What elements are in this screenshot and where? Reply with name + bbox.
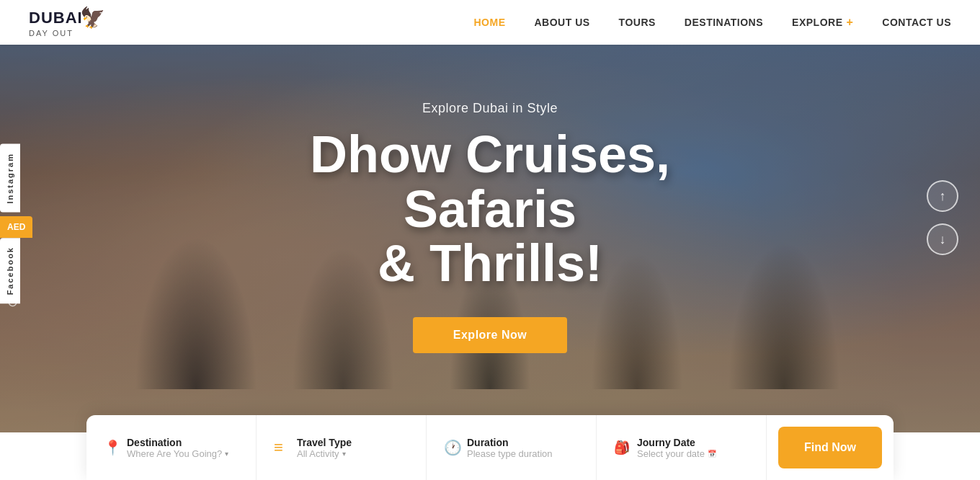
duration-placeholder: Please type duration: [467, 448, 553, 459]
find-now-button[interactable]: Find Now: [778, 427, 882, 468]
calendar-icon: 📅: [708, 450, 716, 458]
explore-now-button[interactable]: Explore Now: [413, 317, 567, 353]
arrow-down-icon: ↓: [940, 232, 946, 247]
nav-link-contact[interactable]: CONTACT US: [882, 17, 951, 28]
destination-field[interactable]: 📍 Destination Where Are You Going? ▾: [86, 415, 257, 480]
instagram-sidebar[interactable]: Instagram: [0, 144, 20, 213]
journey-date-icon: 🎒: [614, 440, 630, 455]
destination-label: Destination: [127, 437, 239, 448]
travel-type-value[interactable]: All Activity ▾: [297, 448, 409, 459]
nav-link-destinations[interactable]: DESTINATIONS: [685, 17, 763, 28]
journey-date-label: Journy Date: [637, 437, 749, 448]
journey-date-field[interactable]: 🎒 Journy Date Select your date 📅: [597, 415, 767, 480]
sidebar-dot-icon: ⊙: [7, 294, 18, 310]
destination-value[interactable]: Where Are You Going? ▾: [127, 448, 239, 459]
nav-item-home[interactable]: HOME: [473, 16, 505, 29]
duration-field[interactable]: 🕐 Duration Please type duration: [427, 415, 597, 480]
search-bar: 📍 Destination Where Are You Going? ▾ ≡ T…: [86, 415, 894, 480]
nav-link-explore[interactable]: EXPLORE +: [792, 17, 853, 28]
travel-type-dropdown-icon: ▾: [342, 450, 346, 458]
nav-link-tours[interactable]: TOURS: [619, 17, 656, 28]
explore-plus-icon: +: [842, 16, 853, 28]
arrow-up-icon: ↑: [940, 189, 946, 204]
hero-prev-button[interactable]: ↑: [927, 180, 958, 212]
navbar: DUBAI 🦅 DAY OUT HOME ABOUT US TOURS DEST…: [0, 0, 980, 45]
nav-links: HOME ABOUT US TOURS DESTINATIONS EXPLORE…: [473, 16, 951, 29]
travel-type-selection: All Activity: [297, 448, 339, 459]
journey-date-placeholder: Select your date: [637, 448, 705, 459]
hero-section: Explore Dubai in Style Dhow Cruises, Saf…: [0, 0, 980, 432]
aed-currency-toggle[interactable]: AED: [0, 216, 32, 238]
nav-item-tours[interactable]: TOURS: [619, 16, 656, 29]
destination-dropdown-icon: ▾: [225, 450, 228, 458]
find-now-wrapper: Find Now: [767, 415, 894, 480]
nav-link-home[interactable]: HOME: [473, 17, 505, 28]
hero-subtitle: Explore Dubai in Style: [238, 101, 742, 116]
nav-item-contact[interactable]: CONTACT US: [882, 16, 951, 29]
nav-item-about[interactable]: ABOUT US: [534, 16, 589, 29]
duration-label: Duration: [467, 437, 579, 448]
location-icon: 📍: [104, 439, 122, 456]
journey-date-value[interactable]: Select your date 📅: [637, 448, 749, 459]
nav-item-explore[interactable]: EXPLORE +: [792, 16, 853, 29]
travel-type-field[interactable]: ≡ Travel Type All Activity ▾: [257, 415, 427, 480]
hero-next-button[interactable]: ↓: [927, 223, 958, 255]
logo[interactable]: DUBAI 🦅 DAY OUT: [29, 7, 105, 38]
destination-placeholder: Where Are You Going?: [127, 448, 222, 459]
logo-brand: DUBAI: [29, 9, 83, 27]
logo-sub: DAY OUT: [29, 29, 105, 37]
hero-title: Dhow Cruises, Safaris & Thrills!: [238, 128, 742, 291]
logo-icon: 🦅: [80, 7, 105, 30]
nav-link-about[interactable]: ABOUT US: [534, 17, 589, 28]
travel-type-icon: ≡: [274, 438, 283, 457]
nav-item-destinations[interactable]: DESTINATIONS: [685, 16, 763, 29]
duration-value[interactable]: Please type duration: [467, 448, 579, 459]
hero-content: Explore Dubai in Style Dhow Cruises, Saf…: [238, 101, 742, 353]
clock-icon: 🕐: [444, 439, 462, 456]
travel-type-label: Travel Type: [297, 437, 409, 448]
